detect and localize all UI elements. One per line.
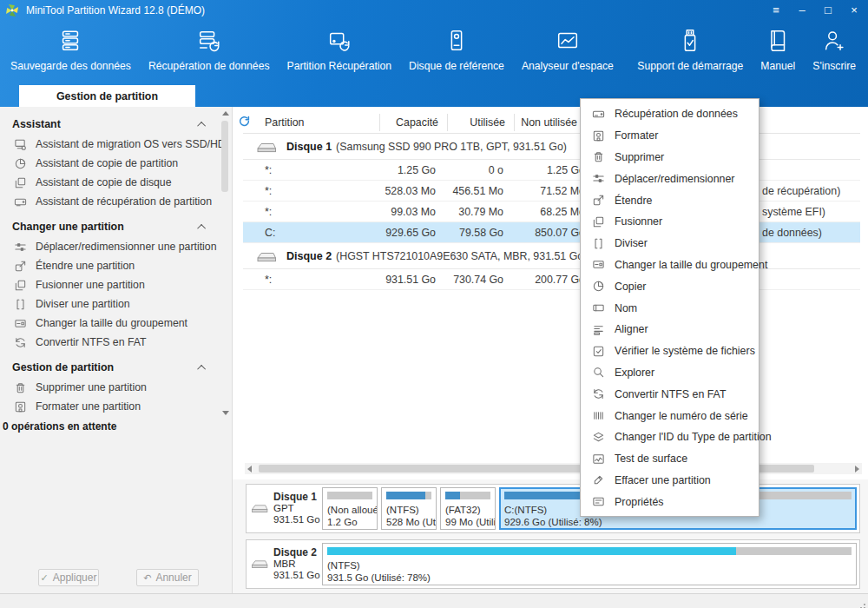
horizontal-scrollbar[interactable] bbox=[245, 463, 862, 474]
partition-row-disque-2[interactable]: *:931.51 Go730.74 Go200.77 Go bbox=[243, 269, 860, 290]
resize-grip[interactable] bbox=[864, 604, 865, 605]
menu-item-deplacer-redimensionner[interactable]: Déplacer/redimensionner bbox=[581, 168, 759, 189]
cell-capacity: 929.65 Go bbox=[380, 227, 448, 239]
sidebar-item-assistant-de-recuperation-de-partition[interactable]: Assistant de récupération de partition bbox=[0, 192, 218, 211]
close-button[interactable]: × bbox=[847, 3, 861, 17]
disk-map-label: Disque 2MBR931.51 Go bbox=[247, 540, 319, 588]
scroll-right-icon[interactable] bbox=[855, 466, 859, 473]
toolbar-partition-recuperation[interactable]: Partition Récupération bbox=[279, 23, 401, 72]
undo-button[interactable]: ↶ Annuler bbox=[136, 569, 199, 586]
minimize-button[interactable]: – bbox=[795, 3, 809, 17]
tab-gestion-de-partition[interactable]: Gestion de partition bbox=[19, 85, 195, 107]
menu-item-effacer-une-partition[interactable]: Effacer une partition bbox=[581, 470, 759, 492]
toolbar-manuel[interactable]: Manuel bbox=[752, 23, 804, 72]
menu-item-nom[interactable]: Nom bbox=[581, 297, 759, 319]
section-header-changer-une-partition[interactable]: Changer une partition bbox=[0, 216, 218, 237]
column-header-unused[interactable]: Non utilisée bbox=[515, 114, 587, 131]
menu-item-proprietes[interactable]: Propriétés bbox=[581, 491, 759, 512]
menu-item-label: Déplacer/redimensionner bbox=[615, 173, 734, 185]
sidebar-item-label: Assistant de copie de disque bbox=[36, 176, 172, 188]
refresh-icon[interactable] bbox=[238, 115, 251, 128]
copy-icon bbox=[592, 280, 605, 293]
sidebar-item-fusionner-une-partition[interactable]: Fusionner une partition bbox=[0, 275, 218, 294]
sidebar-item-assistant-de-migration-os-vers-ssd-hd[interactable]: Assistant de migration OS vers SSD/HD bbox=[0, 135, 218, 154]
toolbar-disque-de-reference[interactable]: Disque de référence bbox=[400, 23, 513, 72]
menu-item-etendre[interactable]: Étendre bbox=[581, 189, 759, 211]
usage-bar bbox=[327, 492, 372, 499]
menu-item-convertir-ntfs-en-fat[interactable]: Convertir NTFS en FAT bbox=[581, 383, 759, 405]
sidebar-item-deplacer-redimensionner-une-partition[interactable]: Déplacer/redimensionner une partition bbox=[0, 237, 218, 256]
cell-used: 79.58 Go bbox=[448, 227, 515, 239]
menu-item-fusionner[interactable]: Fusionner bbox=[581, 211, 759, 233]
scroll-up-icon[interactable] bbox=[222, 111, 229, 116]
block-label: (NTFS) bbox=[386, 504, 431, 516]
manual-icon bbox=[765, 28, 791, 54]
cell-partition: *: bbox=[243, 164, 380, 176]
disk-map-disque-1: Disque 1GPT931.51 Go(Non alloué1.2 Go(NT… bbox=[246, 484, 860, 533]
cell-capacity: 1.25 Go bbox=[380, 164, 448, 176]
apply-button[interactable]: ✓ Appliquer bbox=[38, 569, 99, 586]
menu-item-recuperation-de-donnees[interactable]: Récupération de données bbox=[581, 103, 759, 125]
hdd-icon bbox=[255, 140, 278, 154]
sidebar-item-formater-une-partition[interactable]: Formater une partition bbox=[0, 397, 218, 416]
menu-item-supprimer[interactable]: Supprimer bbox=[581, 147, 759, 169]
check-icon: ✓ bbox=[41, 572, 49, 584]
section-title: Assistant bbox=[12, 118, 61, 130]
partition-row-disque-1[interactable]: *:1.25 Go0 o1.25 Go bbox=[243, 160, 860, 181]
sidebar-item-etendre-une-partition[interactable]: Étendre une partition bbox=[0, 256, 218, 275]
hdd-icon bbox=[250, 558, 269, 571]
toolbar-s-inscrire[interactable]: S'inscrire bbox=[804, 23, 865, 72]
disk-group-row-disque-2[interactable]: Disque 2(HGST HTS721010A9E630 SATA, MBR,… bbox=[243, 243, 860, 269]
toolbar-recuperation-de-donnees[interactable]: Récupération de données bbox=[140, 23, 279, 72]
menu-item-changer-l-id-du-type-de-partition[interactable]: Changer l'ID du Type de partition bbox=[581, 426, 759, 448]
menu-item-verifier-le-systeme-de-fichiers[interactable]: Vérifier le système de fichiers bbox=[581, 340, 759, 362]
partition-row-disque-1-c[interactable]: C:929.65 Go79.58 Go850.07 Go(Partition d… bbox=[243, 222, 860, 243]
sidebar-item-assistant-de-copie-de-partition[interactable]: Assistant de copie de partition bbox=[0, 154, 218, 173]
toolbar-sauvegarde-des-donnees[interactable]: Sauvegarde des données bbox=[2, 23, 140, 72]
toolbar-support-de-demarrage[interactable]: Support de démarrage bbox=[628, 23, 752, 72]
disk-map-block-disque-1-non-alloue[interactable]: (Non alloué1.2 Go bbox=[322, 487, 378, 530]
toolbar-label: Disque de référence bbox=[409, 60, 504, 72]
menu-item-copier[interactable]: Copier bbox=[581, 275, 759, 297]
sidebar-scrollbar[interactable] bbox=[220, 109, 230, 418]
menu-item-label: Effacer une partition bbox=[615, 474, 711, 486]
menu-item-changer-la-taille-du-groupement[interactable]: Changer la taille du groupement bbox=[581, 254, 759, 276]
sidebar-item-changer-la-taille-du-groupement[interactable]: Changer la taille du groupement bbox=[0, 314, 218, 333]
sidebar-item-label: Assistant de migration OS vers SSD/HD bbox=[36, 138, 226, 150]
scroll-down-icon[interactable] bbox=[222, 411, 229, 415]
disk-map-disque-2: Disque 2MBR931.51 Go(NTFS)931.5 Go (Util… bbox=[246, 539, 860, 589]
os-migration-icon bbox=[14, 138, 27, 151]
menu-item-formater[interactable]: Formater bbox=[581, 125, 759, 147]
section-header-gestion-de-partition[interactable]: Gestion de partition bbox=[0, 357, 218, 378]
menu-item-changer-le-numero-de-serie[interactable]: Changer le numéro de série bbox=[581, 405, 759, 426]
partition-row-disque-1[interactable]: *:99.03 Mo30.79 Mo68.25 Mo(Partition sys… bbox=[243, 202, 860, 222]
chevron-up-icon bbox=[197, 223, 206, 232]
disk-map-block-disque-2-ntfs[interactable]: (NTFS)931.5 Go (Utilisé: 78%) bbox=[322, 543, 857, 585]
disk-map-block-disque-1-fat32[interactable]: (FAT32)99 Mo (Utili bbox=[440, 487, 496, 530]
disk-map-block-disque-1-ntfs[interactable]: (NTFS)528 Mo (Uti bbox=[381, 487, 437, 530]
maximize-button[interactable]: □ bbox=[821, 3, 835, 17]
sidebar-item-assistant-de-copie-de-disque[interactable]: Assistant de copie de disque bbox=[0, 173, 218, 192]
menu-item-diviser[interactable]: Diviser bbox=[581, 233, 759, 254]
sidebar-item-supprimer-une-partition[interactable]: Supprimer une partition bbox=[0, 378, 218, 397]
usage-bar bbox=[445, 492, 490, 499]
chevron-up-icon bbox=[197, 364, 206, 373]
disk-info: (HGST HTS721010A9E630 SATA, MBR, 931.51 … bbox=[336, 250, 587, 262]
menu-button[interactable]: ≡ bbox=[769, 3, 783, 17]
app-logo-icon bbox=[5, 3, 19, 17]
column-header-partition[interactable]: Partition bbox=[243, 114, 380, 131]
menu-item-label: Changer l'ID du Type de partition bbox=[615, 431, 772, 443]
menu-item-aligner[interactable]: Aligner bbox=[581, 319, 759, 340]
toolbar-analyseur-d-espace[interactable]: Analyseur d'espace bbox=[513, 23, 622, 72]
sidebar-scrollbar-thumb[interactable] bbox=[221, 121, 228, 192]
column-header-capacity[interactable]: Capacité bbox=[380, 114, 448, 131]
column-header-used[interactable]: Utilisée bbox=[448, 114, 515, 131]
section-header-assistant[interactable]: Assistant bbox=[0, 114, 218, 135]
sidebar-item-diviser-une-partition[interactable]: Diviser une partition bbox=[0, 294, 218, 314]
disk-group-row-disque-1[interactable]: Disque 1(Samsung SSD 990 PRO 1TB, GPT, 9… bbox=[243, 134, 860, 160]
scroll-left-icon[interactable] bbox=[247, 466, 252, 473]
menu-item-explorer[interactable]: Explorer bbox=[581, 362, 759, 384]
menu-item-test-de-surface[interactable]: Test de surface bbox=[581, 448, 759, 470]
partition-row-disque-1[interactable]: *:528.03 Mo456.51 Mo71.52 Mo(Partition d… bbox=[243, 181, 860, 202]
sidebar-item-convertir-ntfs-en-fat[interactable]: Convertir NTFS en FAT bbox=[0, 333, 218, 352]
